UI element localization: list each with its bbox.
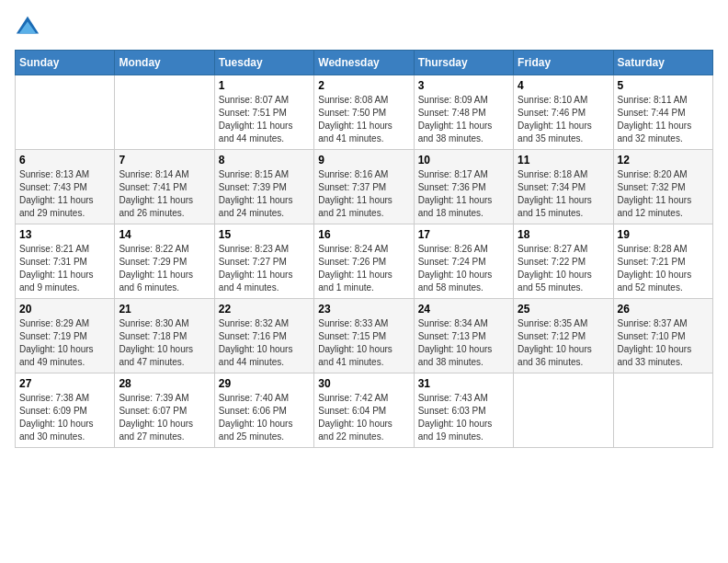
- day-header-sunday: Sunday: [16, 51, 115, 75]
- day-number: 22: [219, 303, 310, 316]
- calendar-cell: [115, 75, 214, 150]
- week-row-4: 20Sunrise: 8:29 AMSunset: 7:19 PMDayligh…: [16, 299, 713, 373]
- week-row-3: 13Sunrise: 8:21 AMSunset: 7:31 PMDayligh…: [16, 224, 713, 299]
- calendar-cell: 27Sunrise: 7:38 AMSunset: 6:09 PMDayligh…: [16, 373, 115, 448]
- day-number: 31: [418, 377, 509, 390]
- calendar-cell: 3Sunrise: 8:09 AMSunset: 7:48 PMDaylight…: [414, 75, 513, 150]
- day-info: Sunrise: 8:16 AMSunset: 7:37 PMDaylight:…: [318, 168, 409, 220]
- calendar-cell: 6Sunrise: 8:13 AMSunset: 7:43 PMDaylight…: [16, 150, 115, 224]
- day-info: Sunrise: 8:26 AMSunset: 7:24 PMDaylight:…: [418, 243, 509, 294]
- day-number: 14: [119, 228, 210, 241]
- calendar-table: SundayMondayTuesdayWednesdayThursdayFrid…: [15, 50, 713, 448]
- day-info: Sunrise: 8:08 AMSunset: 7:50 PMDaylight:…: [318, 94, 409, 145]
- day-info: Sunrise: 8:15 AMSunset: 7:39 PMDaylight:…: [219, 168, 310, 220]
- calendar-cell: 21Sunrise: 8:30 AMSunset: 7:18 PMDayligh…: [115, 299, 214, 373]
- day-number: 2: [318, 79, 409, 92]
- day-info: Sunrise: 8:34 AMSunset: 7:13 PMDaylight:…: [418, 317, 509, 369]
- day-info: Sunrise: 8:10 AMSunset: 7:46 PMDaylight:…: [518, 94, 609, 145]
- day-info: Sunrise: 8:09 AMSunset: 7:48 PMDaylight:…: [418, 94, 509, 145]
- calendar-cell: 29Sunrise: 7:40 AMSunset: 6:06 PMDayligh…: [214, 373, 313, 448]
- day-number: 18: [518, 228, 609, 241]
- day-number: 13: [19, 228, 110, 241]
- page-header: [15, 15, 713, 40]
- day-info: Sunrise: 8:21 AMSunset: 7:31 PMDaylight:…: [19, 243, 110, 294]
- day-info: Sunrise: 8:13 AMSunset: 7:43 PMDaylight:…: [19, 168, 110, 220]
- day-number: 12: [618, 154, 709, 167]
- calendar-cell: 25Sunrise: 8:35 AMSunset: 7:12 PMDayligh…: [514, 299, 613, 373]
- day-number: 1: [219, 79, 310, 92]
- day-info: Sunrise: 7:42 AMSunset: 6:04 PMDaylight:…: [318, 392, 409, 443]
- calendar-cell: 11Sunrise: 8:18 AMSunset: 7:34 PMDayligh…: [514, 150, 613, 224]
- week-row-5: 27Sunrise: 7:38 AMSunset: 6:09 PMDayligh…: [16, 373, 713, 448]
- day-info: Sunrise: 8:07 AMSunset: 7:51 PMDaylight:…: [219, 94, 310, 145]
- day-number: 25: [518, 303, 609, 316]
- day-info: Sunrise: 8:14 AMSunset: 7:41 PMDaylight:…: [119, 168, 210, 220]
- day-header-thursday: Thursday: [414, 51, 513, 75]
- day-header-tuesday: Tuesday: [214, 51, 313, 75]
- day-info: Sunrise: 8:23 AMSunset: 7:27 PMDaylight:…: [219, 243, 310, 294]
- day-number: 16: [318, 228, 409, 241]
- day-number: 6: [19, 154, 110, 167]
- calendar-cell: 28Sunrise: 7:39 AMSunset: 6:07 PMDayligh…: [115, 373, 214, 448]
- day-number: 20: [19, 303, 110, 316]
- calendar-cell: 15Sunrise: 8:23 AMSunset: 7:27 PMDayligh…: [214, 224, 313, 299]
- day-info: Sunrise: 7:40 AMSunset: 6:06 PMDaylight:…: [219, 392, 310, 443]
- day-number: 24: [418, 303, 509, 316]
- day-number: 8: [219, 154, 310, 167]
- calendar-cell: 14Sunrise: 8:22 AMSunset: 7:29 PMDayligh…: [115, 224, 214, 299]
- day-info: Sunrise: 8:20 AMSunset: 7:32 PMDaylight:…: [618, 168, 709, 220]
- calendar-cell: 20Sunrise: 8:29 AMSunset: 7:19 PMDayligh…: [16, 299, 115, 373]
- calendar-cell: 18Sunrise: 8:27 AMSunset: 7:22 PMDayligh…: [514, 224, 613, 299]
- calendar-cell: [16, 75, 115, 150]
- day-number: 28: [119, 377, 210, 390]
- calendar-cell: 10Sunrise: 8:17 AMSunset: 7:36 PMDayligh…: [414, 150, 513, 224]
- day-info: Sunrise: 8:24 AMSunset: 7:26 PMDaylight:…: [318, 243, 409, 294]
- week-row-2: 6Sunrise: 8:13 AMSunset: 7:43 PMDaylight…: [16, 150, 713, 224]
- day-info: Sunrise: 8:29 AMSunset: 7:19 PMDaylight:…: [19, 317, 110, 369]
- day-number: 15: [219, 228, 310, 241]
- day-info: Sunrise: 8:35 AMSunset: 7:12 PMDaylight:…: [518, 317, 609, 369]
- day-number: 30: [318, 377, 409, 390]
- day-info: Sunrise: 8:27 AMSunset: 7:22 PMDaylight:…: [518, 243, 609, 294]
- day-number: 23: [318, 303, 409, 316]
- calendar-cell: 5Sunrise: 8:11 AMSunset: 7:44 PMDaylight…: [613, 75, 712, 150]
- day-header-wednesday: Wednesday: [314, 51, 414, 75]
- calendar-cell: 23Sunrise: 8:33 AMSunset: 7:15 PMDayligh…: [314, 299, 414, 373]
- calendar-cell: [514, 373, 613, 448]
- calendar-cell: 31Sunrise: 7:43 AMSunset: 6:03 PMDayligh…: [414, 373, 513, 448]
- calendar-cell: 24Sunrise: 8:34 AMSunset: 7:13 PMDayligh…: [414, 299, 513, 373]
- day-info: Sunrise: 8:17 AMSunset: 7:36 PMDaylight:…: [418, 168, 509, 220]
- day-header-monday: Monday: [115, 51, 214, 75]
- logo-icon: [15, 15, 40, 40]
- day-info: Sunrise: 8:37 AMSunset: 7:10 PMDaylight:…: [618, 317, 709, 369]
- day-number: 7: [119, 154, 210, 167]
- calendar-cell: 19Sunrise: 8:28 AMSunset: 7:21 PMDayligh…: [613, 224, 712, 299]
- day-header-friday: Friday: [514, 51, 613, 75]
- calendar-cell: 17Sunrise: 8:26 AMSunset: 7:24 PMDayligh…: [414, 224, 513, 299]
- day-header-saturday: Saturday: [613, 51, 712, 75]
- calendar-cell: 4Sunrise: 8:10 AMSunset: 7:46 PMDaylight…: [514, 75, 613, 150]
- calendar-cell: 13Sunrise: 8:21 AMSunset: 7:31 PMDayligh…: [16, 224, 115, 299]
- day-number: 26: [618, 303, 709, 316]
- calendar-cell: 1Sunrise: 8:07 AMSunset: 7:51 PMDaylight…: [214, 75, 313, 150]
- calendar-cell: 7Sunrise: 8:14 AMSunset: 7:41 PMDaylight…: [115, 150, 214, 224]
- calendar-cell: 16Sunrise: 8:24 AMSunset: 7:26 PMDayligh…: [314, 224, 414, 299]
- calendar-cell: 22Sunrise: 8:32 AMSunset: 7:16 PMDayligh…: [214, 299, 313, 373]
- calendar-cell: 2Sunrise: 8:08 AMSunset: 7:50 PMDaylight…: [314, 75, 414, 150]
- calendar-cell: 30Sunrise: 7:42 AMSunset: 6:04 PMDayligh…: [314, 373, 414, 448]
- day-info: Sunrise: 7:38 AMSunset: 6:09 PMDaylight:…: [19, 392, 110, 443]
- day-number: 9: [318, 154, 409, 167]
- day-number: 19: [618, 228, 709, 241]
- day-number: 5: [618, 79, 709, 92]
- day-number: 29: [219, 377, 310, 390]
- calendar-cell: 12Sunrise: 8:20 AMSunset: 7:32 PMDayligh…: [613, 150, 712, 224]
- day-number: 11: [518, 154, 609, 167]
- day-number: 21: [119, 303, 210, 316]
- day-info: Sunrise: 7:39 AMSunset: 6:07 PMDaylight:…: [119, 392, 210, 443]
- header-row: SundayMondayTuesdayWednesdayThursdayFrid…: [16, 51, 713, 75]
- calendar-cell: 26Sunrise: 8:37 AMSunset: 7:10 PMDayligh…: [613, 299, 712, 373]
- calendar-cell: 8Sunrise: 8:15 AMSunset: 7:39 PMDaylight…: [214, 150, 313, 224]
- day-info: Sunrise: 8:22 AMSunset: 7:29 PMDaylight:…: [119, 243, 210, 294]
- day-number: 17: [418, 228, 509, 241]
- day-info: Sunrise: 8:33 AMSunset: 7:15 PMDaylight:…: [318, 317, 409, 369]
